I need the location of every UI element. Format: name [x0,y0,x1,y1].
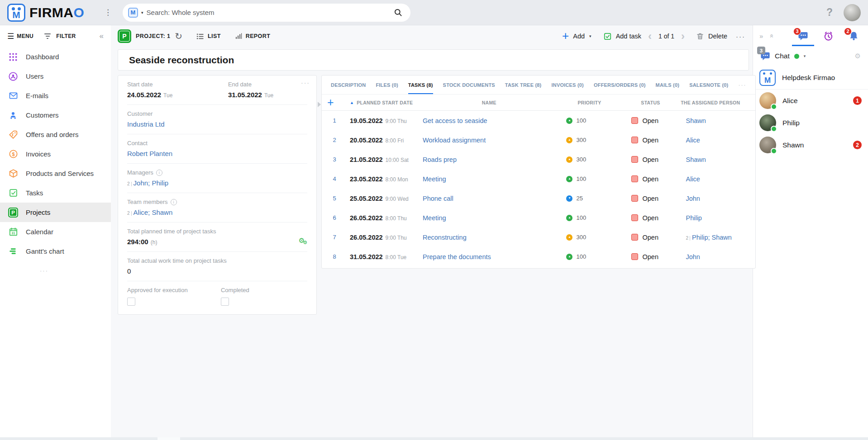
sidebar-item-products-and-services[interactable]: Products and Services [0,164,111,183]
task-name-link[interactable]: Phone call [423,195,453,202]
sidebar-item-tasks[interactable]: Tasks [0,183,111,203]
topbar-more-icon[interactable]: ⋮ [104,9,112,16]
prev-page-icon[interactable]: ‹ [648,31,652,42]
tab-description[interactable]: DESCRIPTION [331,76,366,95]
column-name[interactable]: NAME [423,100,555,105]
end-date-field[interactable]: End date 31.05.2022Tue [228,81,307,99]
column-priority[interactable]: PRIORITY [555,100,623,105]
info-icon[interactable]: i [171,199,177,205]
task-assigned-link[interactable]: Philip; Shawn [692,234,732,241]
chat-header[interactable]: 3 Chat ▾ ⚙ [753,46,868,66]
panel-collapse-handle[interactable] [318,102,321,107]
scrollbar-thumb[interactable] [157,437,180,440]
sidebar-item-gantt-s-chart[interactable]: Gantt's chart [0,241,111,261]
list-view-button[interactable]: LIST [196,32,221,41]
managers-link[interactable]: John; Philip [134,179,169,187]
task-assigned-link[interactable]: John [686,195,700,202]
sidebar-item-customers[interactable]: Customers [0,105,111,125]
search-scope-caret-icon[interactable]: ▾ [141,10,143,15]
next-page-icon[interactable]: › [681,31,685,42]
tab-salesnote-0[interactable]: SALESNOTE (0) [689,76,728,95]
task-assigned-link[interactable]: Alice [686,137,700,144]
task-assigned-link[interactable]: Philip [686,214,701,222]
info-icon[interactable]: i [156,170,162,176]
expand-panel-icon[interactable]: » [759,32,763,40]
chat-status-caret-icon[interactable]: ▾ [804,54,806,58]
reminders-tab[interactable] [823,31,834,41]
tab-stock-documents[interactable]: STOCK DOCUMENTS [443,76,495,95]
trash-icon[interactable] [696,32,704,40]
team-members-link[interactable]: Alice; Shawn [134,208,173,216]
add-caret-icon[interactable]: ▾ [589,34,591,38]
help-icon[interactable]: ? [826,6,833,19]
firmao-logo[interactable]: M FIRMAO [7,4,103,22]
sidebar-item-dashboard[interactable]: Dashboard [0,47,111,66]
refresh-icon[interactable]: ↻ [175,31,182,42]
chat-settings-icon[interactable]: ⚙ [855,52,861,60]
sidebar-item-offers-and-orders[interactable]: Offers and orders [0,125,111,144]
search-scope-icon[interactable]: M [128,8,138,18]
contact-link[interactable]: Robert Planten [127,150,172,157]
task-row[interactable]: 423.05.20228:00 MonMeeting▲100OpenAlice [322,169,755,189]
task-name-link[interactable]: Reconstructing [423,234,467,241]
task-assigned-link[interactable]: Alice [686,175,700,183]
task-row[interactable]: 831.05.20228:00 TuePrepare the documents… [322,247,755,266]
sidebar-item-users[interactable]: Users [0,66,111,86]
horizontal-scrollbar[interactable] [0,437,868,440]
collapse-panel-icon[interactable]: « [768,34,776,38]
menu-label[interactable]: MENU [17,33,33,39]
task-assigned-link[interactable]: Shawn [686,156,706,163]
task-row[interactable]: 525.05.20229:00 WedPhone call▼25OpenJohn [322,189,755,208]
filter-label[interactable]: FILTER [56,33,76,39]
sidebar-item-projects[interactable]: PProjects [0,203,111,222]
auto-calc-gears-icon[interactable]: ⚙⚙ [299,237,307,245]
global-search[interactable]: M ▾ [123,4,410,22]
task-name-link[interactable]: Meeting [423,214,446,222]
chat-contact-alice[interactable]: Alice1 [753,90,868,112]
task-row[interactable]: 321.05.202210:00 SatRoads prep▲300OpenSh… [322,150,755,169]
task-row[interactable]: 626.05.20228:00 ThuMeeting▲100OpenPhilip [322,208,755,227]
task-row[interactable]: 726.05.20229:00 ThuReconstructing▲300Ope… [322,227,755,247]
sidebar-item-calendar[interactable]: 31Calendar [0,222,111,241]
sidebar-item-invoices[interactable]: $Invoices [0,144,111,164]
start-date-field[interactable]: Start date 24.05.2022Tue [127,81,228,99]
task-name-link[interactable]: Roads prep [423,156,457,163]
search-icon[interactable] [394,8,402,17]
chat-contact-philip[interactable]: Philip [753,112,868,134]
chat-tab[interactable]: 3 [798,31,808,41]
menu-icon[interactable]: ☰ [7,32,14,41]
tab-offers-orders-0[interactable]: OFFERS/ORDERS (0) [594,76,646,95]
task-name-link[interactable]: Get access to seaside [423,117,487,124]
add-button[interactable]: Add [573,33,585,40]
filter-icon[interactable] [44,33,51,39]
task-row[interactable]: 220.05.20228:00 FriWorkload assignment▲3… [322,130,755,150]
add-task-button[interactable]: Add task [616,33,641,40]
sidebar-item-e-mails[interactable]: E-mails [0,86,111,105]
add-icon[interactable]: + [562,30,569,42]
task-assigned-link[interactable]: John [686,253,700,260]
helpdesk-contact[interactable]: M Helpdesk Firmao [753,66,868,90]
task-name-link[interactable]: Workload assignment [423,137,486,144]
column-status[interactable]: STATUS [623,100,677,105]
chat-contact-shawn[interactable]: Shawn2 [753,134,868,156]
tab-mails-0[interactable]: MAILS (0) [656,76,680,95]
notifications-tab[interactable]: 2 [849,31,859,41]
task-assigned-link[interactable]: Shawn [686,117,706,124]
sidebar-collapse-icon[interactable]: « [100,32,104,41]
tab-tasks-8[interactable]: TASKS (8) [408,76,433,95]
toolbar-more-icon[interactable]: ··· [736,33,745,40]
column-planned-start-date[interactable]: ▲PLANNED START DATE [343,100,423,105]
user-avatar[interactable] [844,4,861,21]
tabs-more-icon[interactable]: ··· [738,82,746,88]
add-task-icon[interactable] [603,32,612,41]
sidebar-more[interactable]: ··· [40,267,111,274]
task-name-link[interactable]: Prepare the documents [423,253,491,260]
search-input[interactable] [147,9,391,16]
tab-invoices-0[interactable]: INVOICES (0) [551,76,583,95]
tab-files-0[interactable]: FILES (0) [376,76,398,95]
customer-link[interactable]: Industria Ltd [127,120,165,128]
tab-task-tree-8[interactable]: TASK TREE (8) [505,76,542,95]
completed-checkbox[interactable] [221,298,229,306]
task-name-link[interactable]: Meeting [423,175,446,183]
report-button[interactable]: REPORT [234,32,271,40]
